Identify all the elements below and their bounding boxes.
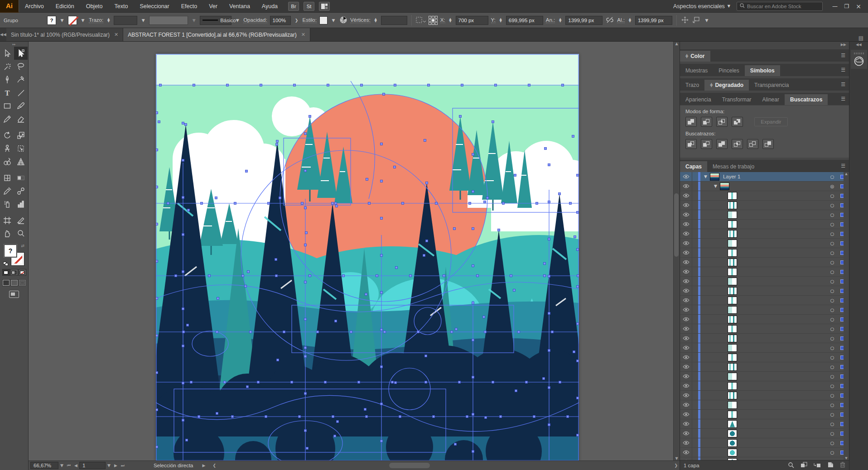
path-row[interactable]: ○ [680, 201, 849, 210]
lock-column[interactable] [692, 429, 698, 438]
lock-column[interactable] [692, 182, 698, 191]
target-circle-icon[interactable]: ○ [826, 222, 838, 227]
lock-column[interactable] [692, 220, 698, 229]
menu-efecto[interactable]: Efecto [175, 0, 203, 13]
layer-thumbnail[interactable] [728, 439, 737, 447]
eraser-tool[interactable] [14, 112, 28, 125]
lock-column[interactable] [692, 229, 698, 238]
target-circle-icon[interactable]: ○ [826, 326, 838, 331]
tab-transformar[interactable]: Transformar [717, 94, 757, 105]
creative-cloud-button[interactable] [851, 50, 867, 69]
draw-normal-button[interactable] [2, 279, 10, 286]
visibility-toggle[interactable] [680, 288, 692, 293]
tab-simbolos[interactable]: Símbolos [745, 65, 780, 76]
merge-button[interactable] [716, 139, 728, 149]
artboard-tool[interactable] [0, 214, 14, 227]
visibility-toggle[interactable] [680, 412, 692, 417]
expand-chevron-icon[interactable]: ▼ [704, 174, 707, 179]
document-tab-abstract-forest[interactable]: ABSTRACT FOREST 1 [Convertido].ai al 66,… [123, 28, 310, 41]
layer-thumbnail[interactable] [728, 335, 737, 342]
layer-thumbnail[interactable] [720, 182, 729, 190]
default-fill-stroke-icon[interactable] [3, 262, 9, 266]
first-artboard-icon[interactable]: ⏮ [65, 463, 72, 468]
target-circle-icon[interactable]: ○ [826, 317, 838, 322]
tab-trazo[interactable]: Trazo [680, 80, 704, 91]
expand-chevron-icon[interactable]: ▼ [714, 184, 717, 188]
recolor-artwork-icon[interactable] [339, 16, 347, 25]
lock-column[interactable] [692, 172, 698, 181]
zoom-level-field[interactable]: 66,67% [30, 462, 58, 469]
stroke-weight-dd-icon[interactable]: ▼ [140, 16, 146, 25]
divide-button[interactable] [685, 139, 697, 149]
visibility-toggle[interactable] [680, 374, 692, 379]
visibility-toggle[interactable] [680, 222, 692, 226]
brush-dd-icon[interactable]: ▼ [234, 16, 241, 25]
shear-icon[interactable] [692, 16, 701, 24]
minimize-button[interactable]: — [829, 2, 841, 10]
layer-thumbnail[interactable] [728, 401, 737, 409]
target-circle-icon[interactable]: ○ [826, 241, 838, 246]
trim-button[interactable] [701, 139, 712, 149]
layer-thumbnail[interactable] [728, 458, 737, 460]
opacity-dd-icon[interactable]: ❯ [294, 16, 300, 25]
target-circle-icon[interactable]: ○ [826, 460, 838, 460]
visibility-toggle[interactable] [680, 393, 692, 398]
layer-thumbnail[interactable] [728, 249, 737, 257]
path-row[interactable]: ○ [680, 220, 849, 229]
visibility-toggle[interactable] [680, 345, 692, 350]
layer-row[interactable]: ▼Layer 1○ [680, 172, 849, 182]
fill-proxy-swatch[interactable]: ? [4, 245, 17, 257]
path-row[interactable]: ○ [680, 210, 849, 220]
path-row[interactable]: ○ [680, 258, 849, 267]
vertical-scroll-thumb[interactable] [674, 193, 679, 257]
tab-pinceles[interactable]: Pinceles [713, 65, 744, 76]
layer-thumbnail[interactable] [728, 354, 737, 361]
target-circle-icon[interactable]: ○ [826, 403, 838, 408]
lock-column[interactable] [692, 419, 698, 428]
blend-tool[interactable] [14, 184, 28, 197]
group-row[interactable]: ▼◎ [680, 182, 849, 191]
lock-column[interactable] [692, 315, 698, 324]
panel-menu-icon[interactable]: ☰ [841, 67, 845, 73]
document-tab-untitled[interactable]: Sin título-1* al 100% (RGB/Previsualizar… [6, 28, 123, 41]
corners-stepper[interactable]: ▲▼ [373, 18, 378, 23]
visibility-toggle[interactable] [680, 231, 692, 236]
panel-menu-icon[interactable]: ☰ [841, 82, 845, 87]
fill-color-swatch[interactable]: ? [47, 16, 56, 25]
visibility-toggle[interactable] [680, 355, 692, 360]
x-stepper[interactable]: ▲▼ [448, 18, 453, 23]
visibility-toggle[interactable] [680, 422, 692, 426]
tab-list-icon[interactable]: ▤ [854, 35, 868, 41]
shaper-tool[interactable] [0, 112, 14, 125]
perspective-grid-tool[interactable] [14, 155, 28, 168]
menu-ventana[interactable]: Ventana [223, 0, 256, 13]
target-circle-icon[interactable]: ○ [826, 431, 838, 436]
scroll-down-icon[interactable]: ▼ [845, 456, 847, 460]
layer-thumbnail[interactable] [728, 192, 737, 200]
layer-thumbnail[interactable] [728, 268, 737, 276]
lock-column[interactable] [692, 381, 698, 390]
puppet-warp-tool[interactable] [0, 142, 14, 155]
layer-thumbnail[interactable] [728, 363, 737, 371]
new-layer-icon[interactable] [827, 462, 834, 469]
layer-thumbnail[interactable] [728, 449, 737, 456]
path-row[interactable]: ○ [680, 410, 849, 419]
panel-menu-icon[interactable]: ☰ [841, 53, 845, 58]
scroll-right-icon[interactable]: ❯ [672, 463, 680, 468]
lock-column[interactable] [692, 391, 698, 400]
tab-degradado[interactable]: ▲▼ Degradado [704, 80, 749, 91]
layer-thumbnail[interactable] [728, 297, 737, 304]
layer-label[interactable]: Layer 1 [723, 174, 826, 179]
layer-thumbnail[interactable] [728, 316, 737, 323]
shape-builder-tool[interactable] [0, 155, 14, 168]
column-graph-tool[interactable] [14, 197, 28, 211]
crop-button[interactable] [732, 139, 743, 149]
isolate-selection-icon[interactable] [416, 16, 426, 24]
path-row[interactable]: ○ [680, 381, 849, 391]
tab-alinear[interactable]: Alinear [757, 94, 785, 105]
lock-column[interactable] [692, 400, 698, 409]
menu-ver[interactable]: Ver [203, 0, 223, 13]
path-row[interactable]: ○ [680, 315, 849, 324]
eyedropper-tool[interactable] [0, 184, 14, 197]
hand-tool[interactable] [0, 227, 14, 240]
